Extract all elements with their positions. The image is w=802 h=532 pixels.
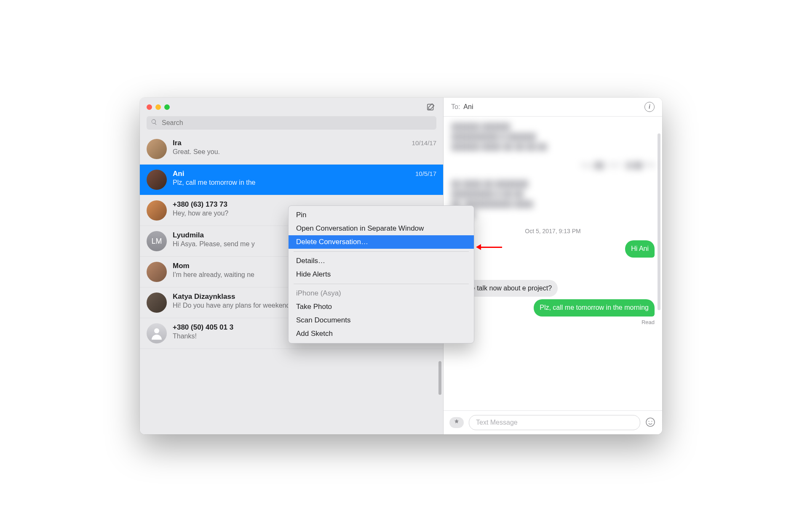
blurred-message: ██████ ██████ ██████████ █ ██████ ██████… xyxy=(451,122,655,152)
conversation-name: Katya Dizaynklass xyxy=(173,293,235,301)
svg-point-1 xyxy=(154,328,159,333)
conversation-preview: Great. See you. xyxy=(173,148,436,156)
read-receipt: Read xyxy=(451,319,655,325)
minimize-window-button[interactable] xyxy=(155,104,161,110)
avatar xyxy=(147,293,167,313)
sidebar-scrollbar[interactable] xyxy=(438,361,441,395)
message-input[interactable] xyxy=(475,418,634,427)
conversation-name: Mom xyxy=(173,262,190,270)
avatar: LM xyxy=(147,231,167,251)
menu-separator xyxy=(294,284,469,284)
blurred-message: ██ ████ ██ ███████ █████████ █ ██:██ ██.… xyxy=(451,179,655,219)
emoji-button[interactable] xyxy=(645,417,656,428)
menu-item-delete-conversation[interactable]: Delete Conversation… xyxy=(289,235,474,249)
message-list: ██████ ██████ ██████████ █ ██████ ██████… xyxy=(444,117,662,410)
timestamp: Oct 5, 2017, 9:13 PM xyxy=(451,228,655,234)
conversation-name: Lyudmila xyxy=(173,231,204,239)
message-field[interactable] xyxy=(469,415,640,430)
search-input[interactable] xyxy=(161,119,432,127)
conversation-name: Ira xyxy=(173,139,182,147)
svg-point-2 xyxy=(646,418,655,426)
titlebar xyxy=(140,98,443,116)
compose-button[interactable] xyxy=(425,101,436,112)
menu-separator xyxy=(294,251,469,252)
search-field[interactable] xyxy=(147,116,436,130)
avatar xyxy=(147,323,167,343)
search-icon xyxy=(151,119,158,127)
avatar xyxy=(147,262,167,282)
chat-pane: To: Ani i ██████ ██████ ██████████ █ ███… xyxy=(444,98,662,434)
messages-window: Ira10/14/17 Great. See you. Ani10/5/17 P… xyxy=(140,98,662,434)
composer-bar xyxy=(444,410,662,434)
conversation-preview: Plz, call me tomorrow in the xyxy=(173,179,436,186)
conversation-row[interactable]: Ira10/14/17 Great. See you. xyxy=(140,134,443,165)
avatar-initials: LM xyxy=(151,237,162,246)
menu-item-details[interactable]: Details… xyxy=(289,254,474,268)
avatar xyxy=(147,200,167,221)
context-menu: Pin Open Conversation in Separate Window… xyxy=(288,205,474,343)
menu-item-open-separate[interactable]: Open Conversation in Separate Window xyxy=(289,222,474,235)
avatar xyxy=(147,139,167,159)
zoom-window-button[interactable] xyxy=(164,104,170,110)
svg-point-3 xyxy=(649,421,650,422)
menu-item-hide-alerts[interactable]: Hide Alerts xyxy=(289,268,474,281)
conversation-name: Ani xyxy=(173,170,184,178)
window-controls xyxy=(147,104,170,110)
menu-item-pin[interactable]: Pin xyxy=(289,208,474,222)
apps-button[interactable] xyxy=(449,417,464,428)
menu-item-take-photo[interactable]: Take Photo xyxy=(289,300,474,314)
details-button[interactable]: i xyxy=(644,102,655,112)
to-label: To: xyxy=(451,103,460,111)
annotation-arrow xyxy=(476,244,502,250)
to-name: Ani xyxy=(463,103,473,111)
close-window-button[interactable] xyxy=(147,104,152,110)
conversation-name: +380 (50) 405 01 3 xyxy=(173,323,233,332)
sent-message[interactable]: Hi Ani xyxy=(625,240,655,258)
conversation-row-selected[interactable]: Ani10/5/17 Plz, call me tomorrow in the xyxy=(140,165,443,195)
svg-point-4 xyxy=(652,421,652,422)
avatar xyxy=(147,170,167,190)
chat-scrollbar[interactable] xyxy=(658,133,660,310)
chat-header: To: Ani i xyxy=(444,98,662,117)
conversation-name: +380 (63) 173 73 xyxy=(173,200,227,209)
menu-item-scan-documents[interactable]: Scan Documents xyxy=(289,314,474,327)
sent-message[interactable]: Plz, call me tomorrow in the morning xyxy=(534,299,655,317)
conversation-date: 10/5/17 xyxy=(415,170,436,177)
menu-section-header: iPhone (Asya) xyxy=(289,287,474,300)
blurred-timestamp: Sep ██, 2017, █:██ PM xyxy=(451,160,655,170)
menu-item-add-sketch[interactable]: Add Sketch xyxy=(289,327,474,340)
conversation-date: 10/14/17 xyxy=(412,139,436,146)
